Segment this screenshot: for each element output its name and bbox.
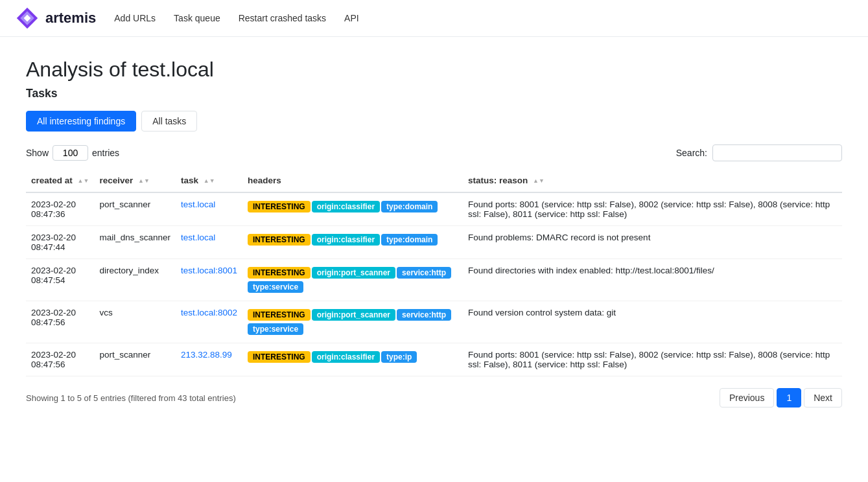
cell-headers: INTERESTINGorigin:classifiertype:ip	[242, 343, 463, 376]
cell-status-reason: Found problems: DMARC record is not pres…	[463, 226, 842, 259]
cell-headers: INTERESTINGorigin:classifiertype:domain	[242, 192, 463, 226]
nav-api[interactable]: API	[344, 13, 359, 23]
badge-type-domain: type:domain	[381, 234, 438, 246]
nav-add-urls[interactable]: Add URLs	[114, 13, 156, 23]
cell-task: 213.32.88.99	[176, 343, 242, 376]
main-content: Analysis of test.local Tasks All interes…	[0, 37, 868, 428]
show-entries-control: Show 100 entries	[26, 145, 119, 161]
table-header-row: created at ▲▼ receiver ▲▼ task ▲▼ header…	[26, 169, 842, 192]
cell-receiver: mail_dns_scanner	[94, 226, 176, 259]
cell-created-at: 2023-02-2008:47:36	[26, 192, 94, 226]
task-link[interactable]: 213.32.88.99	[181, 350, 232, 360]
col-receiver: receiver ▲▼	[94, 169, 176, 192]
tab-all-tasks[interactable]: All tasks	[141, 111, 197, 132]
cell-created-at: 2023-02-2008:47:54	[26, 259, 94, 301]
show-label: Show	[26, 148, 49, 158]
cell-task: test.local:8002	[176, 301, 242, 343]
task-link[interactable]: test.local	[181, 200, 215, 209]
sort-icon-status[interactable]: ▲▼	[533, 178, 545, 184]
cell-headers: INTERESTINGorigin:classifiertype:domain	[242, 226, 463, 259]
badge-interesting: INTERESTING	[248, 234, 311, 246]
cell-status-reason: Found ports: 8001 (service: http ssl: Fa…	[463, 343, 842, 376]
brand-logo-link[interactable]: artemis	[16, 6, 96, 30]
badge-interesting: INTERESTING	[248, 201, 311, 212]
task-link[interactable]: test.local:8002	[181, 308, 237, 317]
cell-task: test.local	[176, 226, 242, 259]
col-headers: headers	[242, 169, 463, 192]
table-row: 2023-02-2008:47:36port_scannertest.local…	[26, 192, 842, 226]
search-input[interactable]	[712, 144, 842, 161]
cell-status-reason: Found directories with index enabled: ht…	[463, 259, 842, 301]
tab-interesting[interactable]: All interesting findings	[26, 111, 136, 132]
badge-origin-classifier: origin:classifier	[312, 234, 380, 246]
cell-task: test.local	[176, 192, 242, 226]
page-subtitle: Tasks	[26, 87, 842, 100]
cell-headers: INTERESTINGorigin:port_scannerservice:ht…	[242, 259, 463, 301]
table-row: 2023-02-2008:47:56vcstest.local:8002INTE…	[26, 301, 842, 343]
cell-receiver: port_scanner	[94, 343, 176, 376]
badge-type-ip: type:ip	[381, 351, 417, 363]
cell-created-at: 2023-02-2008:47:56	[26, 343, 94, 376]
tab-group: All interesting findings All tasks	[26, 111, 842, 132]
pagination-controls: Previous 1 Next	[720, 388, 842, 407]
cell-task: test.local:8001	[176, 259, 242, 301]
badge-type-domain: type:domain	[381, 201, 438, 212]
sort-icon-created-at[interactable]: ▲▼	[78, 178, 89, 184]
badge-origin-classifier: origin:classifier	[312, 201, 380, 212]
brand-icon	[16, 6, 39, 30]
col-status-reason: status: reason ▲▼	[463, 169, 842, 192]
badge-type-service: type:service	[248, 323, 303, 335]
badge-origin-classifier: origin:classifier	[312, 351, 380, 363]
col-created-at: created at ▲▼	[26, 169, 94, 192]
prev-button[interactable]: Previous	[720, 388, 774, 407]
next-button[interactable]: Next	[804, 388, 842, 407]
table-controls: Show 100 entries Search:	[26, 144, 842, 161]
sort-icon-receiver[interactable]: ▲▼	[138, 178, 150, 184]
nav-restart-crashed[interactable]: Restart crashed tasks	[239, 13, 326, 23]
task-link[interactable]: test.local	[181, 233, 215, 242]
search-box: Search:	[676, 144, 842, 161]
cell-receiver: port_scanner	[94, 192, 176, 226]
cell-receiver: vcs	[94, 301, 176, 343]
table-row: 2023-02-2008:47:56port_scanner213.32.88.…	[26, 343, 842, 376]
page-1-button[interactable]: 1	[777, 388, 801, 407]
table-row: 2023-02-2008:47:54directory_indextest.lo…	[26, 259, 842, 301]
cell-status-reason: Found version control system data: git	[463, 301, 842, 343]
navbar: artemis Add URLs Task queue Restart cras…	[0, 0, 868, 37]
page-title: Analysis of test.local	[26, 58, 842, 82]
cell-status-reason: Found ports: 8001 (service: http ssl: Fa…	[463, 192, 842, 226]
badge-interesting: INTERESTING	[248, 309, 311, 321]
nav-task-queue[interactable]: Task queue	[174, 13, 220, 23]
entries-count-input[interactable]: 100	[53, 145, 88, 161]
badge-interesting: INTERESTING	[248, 351, 311, 363]
col-task: task ▲▼	[176, 169, 242, 192]
cell-created-at: 2023-02-2008:47:44	[26, 226, 94, 259]
badge-type-service: type:service	[248, 281, 303, 293]
results-table: created at ▲▼ receiver ▲▼ task ▲▼ header…	[26, 169, 842, 376]
sort-icon-task[interactable]: ▲▼	[204, 178, 215, 184]
table-row: 2023-02-2008:47:44mail_dns_scannertest.l…	[26, 226, 842, 259]
badge-origin-port-scanner: origin:port_scanner	[312, 267, 395, 279]
cell-created-at: 2023-02-2008:47:56	[26, 301, 94, 343]
search-label: Search:	[676, 148, 707, 158]
cell-receiver: directory_index	[94, 259, 176, 301]
cell-headers: INTERESTINGorigin:port_scannerservice:ht…	[242, 301, 463, 343]
badge-interesting: INTERESTING	[248, 267, 311, 279]
task-link[interactable]: test.local:8001	[181, 266, 237, 275]
pagination-info: Showing 1 to 5 of 5 entries (filtered fr…	[26, 393, 236, 403]
badge-service-http: service:http	[397, 267, 451, 279]
pagination-bar: Showing 1 to 5 of 5 entries (filtered fr…	[26, 388, 842, 407]
badge-origin-port-scanner: origin:port_scanner	[312, 309, 395, 321]
entries-label: entries	[92, 148, 119, 158]
brand-name: artemis	[45, 10, 96, 27]
badge-service-http: service:http	[397, 309, 451, 321]
